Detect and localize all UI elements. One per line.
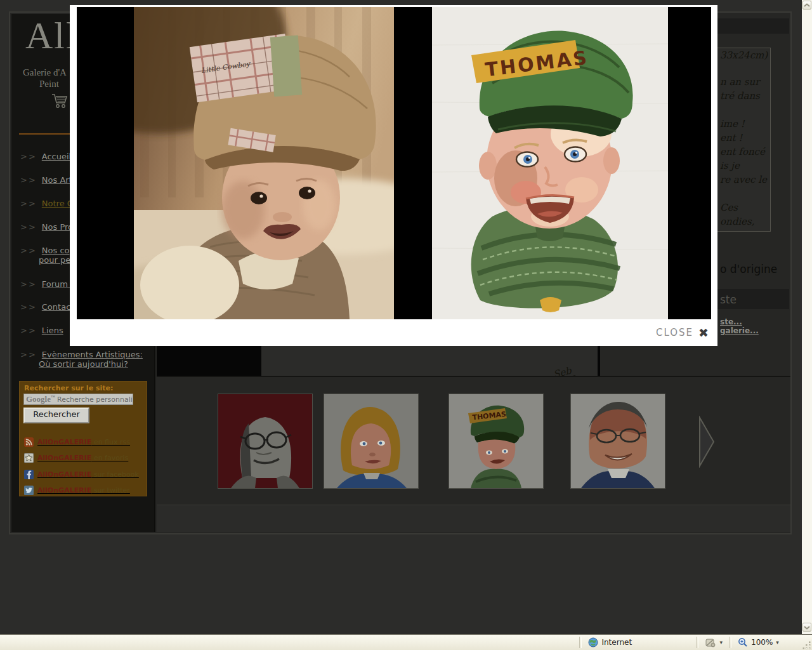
separator <box>729 637 731 648</box>
sidebar-item-label[interactable]: Evènements Artistiques: <box>42 350 143 359</box>
status-bar: Internet ▾ 100% ▾ <box>0 634 812 650</box>
filter-icon <box>705 638 716 647</box>
thumbnail-portrait-4[interactable] <box>570 394 665 489</box>
footer-band <box>157 505 790 532</box>
chevron-up-icon <box>804 3 810 8</box>
scroll-up-button[interactable] <box>802 1 811 10</box>
social-link-label[interactable]: AllOnGALERIE sur facebook <box>37 470 139 479</box>
zone-label: Internet <box>601 638 632 647</box>
artist-page-link[interactable]: ste... <box>720 317 742 326</box>
dropdown-arrow-icon[interactable]: ▾ <box>776 639 779 646</box>
comparison-lightbox: Little Cowboy <box>70 5 717 346</box>
thumbnail-portrait-1[interactable] <box>218 394 313 489</box>
comment-text: n an surtré dans ime ! ent !ent foncé is… <box>720 75 767 229</box>
chevrons-icon: >> <box>20 175 37 185</box>
zoom-level-label: 100% <box>751 638 773 647</box>
chevrons-icon: >> <box>20 199 37 208</box>
artist-section-title: ste <box>720 293 737 306</box>
facebook-icon <box>24 470 34 479</box>
sidebar-item-label[interactable]: Nos Art <box>42 175 72 185</box>
close-button[interactable]: CLOSE ✖ <box>70 319 717 346</box>
rss-icon <box>24 437 34 447</box>
zoom-control[interactable]: 100% ▾ <box>734 637 802 647</box>
chevrons-icon: >> <box>20 350 37 359</box>
shopping-cart-icon[interactable] <box>51 93 69 112</box>
close-icon[interactable]: ✖ <box>698 326 709 340</box>
logo-tagline: Galerie d'A <box>23 67 67 78</box>
logo-tagline-2: Peint <box>39 79 59 90</box>
chevron-right-icon <box>698 416 716 468</box>
search-placeholder: Recherche personnalisée <box>57 395 133 404</box>
link-rss[interactable]: AllOnGALERIE en flux rss <box>24 436 145 448</box>
chevrons-icon: >> <box>20 279 37 289</box>
sidebar-item-label[interactable]: Nos co <box>42 246 70 255</box>
sidebar-item-label[interactable]: Accueil <box>42 152 71 161</box>
close-label[interactable]: CLOSE <box>656 327 693 338</box>
star-icon <box>24 453 34 463</box>
vertical-scrollbar[interactable] <box>802 0 812 634</box>
search-button[interactable]: Rechercher <box>23 408 89 423</box>
filter-control[interactable]: ▾ <box>701 638 726 647</box>
sidebar-item-evenements[interactable]: >>Evènements Artistiques: Où sortir aujo… <box>20 350 150 369</box>
thumbnail-portrait-2[interactable] <box>324 394 419 489</box>
chevrons-icon: >> <box>20 302 37 312</box>
google-logo: Google™ <box>26 394 55 404</box>
separator <box>579 637 582 648</box>
chevrons-icon: >> <box>20 152 37 161</box>
link-twitter[interactable]: AllOnGALERIE sur twitter <box>24 484 145 496</box>
site-search-box: Rechercher sur le site: Google™ Recherch… <box>19 381 147 496</box>
peinture-portrait-thomas: THOMAS <box>432 7 668 322</box>
chevrons-icon: >> <box>20 246 37 255</box>
lightbox-image-area: Little Cowboy <box>77 7 711 319</box>
sidebar-item-label[interactable]: Notre G <box>42 199 74 208</box>
search-input[interactable]: Google™ Recherche personnalisée <box>23 394 133 405</box>
next-thumbnails-button[interactable] <box>698 416 716 470</box>
thumbnail-portrait-3[interactable]: THOMAS <box>449 394 544 489</box>
scroll-down-button[interactable] <box>802 623 811 632</box>
social-link-label[interactable]: AllOnGALERIE en favoris <box>37 454 128 462</box>
sidebar-item-label[interactable]: Liens <box>42 326 63 335</box>
security-zone: Internet <box>584 637 693 647</box>
social-link-label[interactable]: AllOnGALERIE en flux rss <box>37 438 130 446</box>
photo-originale-bebe: Little Cowboy <box>134 7 394 322</box>
resize-grip[interactable] <box>802 641 811 650</box>
browser-viewport: All GA Galerie d'A Peint >>Accueil >>Nos… <box>0 0 812 650</box>
social-link-label[interactable]: AllOnGALERIE sur twitter <box>37 486 130 494</box>
artwork-dimensions: 33x24cm) <box>720 50 768 61</box>
search-title: Rechercher sur le site: <box>24 384 113 392</box>
chevron-down-icon <box>804 625 810 630</box>
zoom-icon <box>738 637 748 647</box>
link-facebook[interactable]: AllOnGALERIE sur facebook <box>24 468 145 480</box>
link-favoris[interactable]: AllOnGALERIE en favoris <box>24 452 145 463</box>
photo-origine-link[interactable]: o d'origine <box>720 263 777 275</box>
dropdown-arrow-icon[interactable]: ▾ <box>719 639 723 646</box>
sidebar-item-label[interactable]: Nos Pro <box>42 222 73 232</box>
separator <box>696 637 698 648</box>
back-to-gallery-link[interactable]: galerie... <box>720 326 759 335</box>
chevrons-icon: >> <box>20 326 37 335</box>
sidebar-item-label-2[interactable]: Où sortir aujourd'hui? <box>39 359 150 369</box>
twitter-icon <box>24 486 34 495</box>
chevrons-icon: >> <box>20 222 37 232</box>
globe-icon <box>588 637 598 647</box>
sidebar-item-label[interactable]: Contact <box>42 302 74 312</box>
